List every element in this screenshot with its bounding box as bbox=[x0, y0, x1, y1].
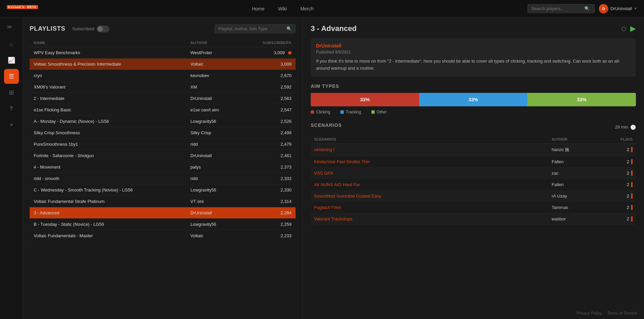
subs-cell: 2,592 bbox=[251, 84, 292, 90]
row-name: B - Tuesday - Static (Novice) - LG56 bbox=[34, 222, 190, 227]
row-subscribers: 2,233 bbox=[280, 233, 292, 238]
scenario-row[interactable]: Valorant Trackstops wasbor 2 bbox=[311, 213, 636, 225]
publish-date: Published 9/9/2021 bbox=[316, 50, 631, 55]
scenarios-header: SCENARIOS 28 min 🕐 bbox=[311, 122, 636, 132]
row-name: cryo bbox=[34, 73, 190, 78]
subs-cell: 2,526 bbox=[251, 119, 292, 124]
scenario-row[interactable]: Kindaclose Fast Strafes Thin Fallen 2 bbox=[311, 156, 636, 168]
sidebar-item-home[interactable]: ⌂ bbox=[4, 37, 19, 51]
row-subscribers: 2,461 bbox=[280, 153, 292, 158]
table-row[interactable]: 3 - Advanced DrUninstall 2,284 bbox=[30, 207, 296, 219]
plays-bar bbox=[631, 216, 633, 221]
terms-link[interactable]: Terms of Service bbox=[607, 311, 637, 316]
row-subscribers: 2,499 bbox=[280, 130, 292, 135]
row-subscribers: 2,284 bbox=[280, 210, 292, 215]
play-button[interactable]: ▶ bbox=[630, 24, 636, 33]
app-logo[interactable]: KovaaK'sBETA bbox=[7, 4, 38, 13]
sidebar-item-leaderboard[interactable]: ⊞ bbox=[4, 85, 19, 100]
nav-wiki[interactable]: Wiki bbox=[278, 6, 287, 11]
subs-cell: 2,563 bbox=[251, 96, 292, 101]
table-row[interactable]: Voltaic Fundamental Strafe Platinum VT s… bbox=[30, 196, 296, 207]
subscribed-toggle: Subscribed bbox=[72, 26, 110, 32]
row-author: Voltaic bbox=[190, 233, 251, 238]
scenario-plays: 2 bbox=[627, 147, 629, 152]
table-row[interactable]: A - Monday - Dynamic (Novice) - LG56 Low… bbox=[30, 116, 296, 127]
scenario-row[interactable]: Air NUNS AIO Hard Far Fallen 2 bbox=[311, 179, 636, 190]
row-name: 4 - Movement bbox=[34, 165, 190, 170]
new-indicator bbox=[288, 51, 292, 55]
subs-cell: 2,670 bbox=[251, 73, 292, 78]
table-row[interactable]: e1se Flicking Basic e1se can/t aim 2,547 bbox=[30, 104, 296, 116]
scenario-row[interactable]: centering I hanzo 施 2 bbox=[311, 144, 636, 156]
subs-cell: 2,259 bbox=[251, 222, 292, 227]
scenario-plays: 2 bbox=[627, 159, 629, 164]
sidebar-item-info[interactable]: ? bbox=[4, 101, 19, 116]
sidebar-item-social[interactable]: ✕ bbox=[4, 117, 19, 132]
table-row[interactable]: WPV Easy Benchmarks WestProter 3,009 bbox=[30, 47, 296, 59]
subs-cell: 3,009 bbox=[251, 62, 292, 67]
scenario-plays-cell: 2 bbox=[606, 216, 633, 221]
table-row[interactable]: 2 - Intermediate DrUninstall 2,563 bbox=[30, 93, 296, 104]
row-author: DrUninstall bbox=[190, 96, 251, 101]
row-author: DrUninstall bbox=[190, 153, 251, 158]
scenario-row[interactable]: Smoothbot Invincible Goated Easy rA Uzay… bbox=[311, 190, 636, 202]
row-name: 3 - Advanced bbox=[34, 210, 190, 215]
time-value: 28 min bbox=[615, 125, 628, 130]
avatar: D bbox=[599, 4, 608, 13]
player-search[interactable]: 🔍 bbox=[527, 4, 595, 13]
aim-types-section: AIM TYPES 33%33%33% Clicking Tracking Ot… bbox=[311, 83, 636, 114]
logo-text: KovaaK's bbox=[7, 5, 26, 9]
row-author: WestProter bbox=[190, 50, 251, 55]
main-content: PLAYLISTS Subscribed 🔍 NAME AUTHOR SUBSC… bbox=[23, 17, 644, 319]
scenario-row[interactable]: FuglaaXYVert Tammas 2 bbox=[311, 202, 636, 213]
col-author: AUTHOR bbox=[190, 41, 251, 45]
row-subscribers: 2,547 bbox=[280, 107, 292, 112]
scenario-name: Smoothbot Invincible Goated Easy bbox=[314, 193, 552, 199]
detail-header: 3 - Advanced ⬡ ▶ bbox=[311, 24, 636, 33]
scenario-author: Tammas bbox=[552, 205, 606, 210]
nav-merch[interactable]: Merch bbox=[300, 6, 313, 11]
table-row[interactable]: B - Tuesday - Static (Novice) - LG56 Low… bbox=[30, 219, 296, 230]
privacy-link[interactable]: Privacy Policy bbox=[577, 311, 602, 316]
scenario-name: FuglaaXYVert bbox=[314, 205, 552, 210]
table-row[interactable]: C - Wednesday - Smooth Tracking (Novice)… bbox=[30, 184, 296, 196]
table-row[interactable]: cryo kevnobev 2,670 bbox=[30, 70, 296, 81]
plays-bar bbox=[631, 171, 633, 176]
username: DrUninstall bbox=[610, 6, 632, 11]
search-icon: 🔍 bbox=[584, 6, 590, 11]
row-subscribers: 2,259 bbox=[280, 222, 292, 227]
row-name: Silky Crisp Smoothness bbox=[34, 130, 190, 135]
table-row[interactable]: XM06's Valorant XM 2,592 bbox=[30, 81, 296, 93]
row-subscribers: 2,314 bbox=[280, 199, 292, 204]
table-row[interactable]: Fortnite - Safaroonie - Shotgun DrUninst… bbox=[30, 150, 296, 162]
table-row[interactable]: Silky Crisp Smoothness Silky Crisp 2,499 bbox=[30, 127, 296, 139]
playlist-search[interactable]: 🔍 bbox=[215, 24, 296, 33]
table-row[interactable]: 4 - Movement patys 2,373 bbox=[30, 162, 296, 173]
table-row[interactable]: PureSmoothness 1by1 ridd 2,479 bbox=[30, 139, 296, 150]
sidebar-item-playlists[interactable]: ☰ bbox=[4, 69, 19, 84]
subs-cell: 2,330 bbox=[251, 187, 292, 192]
top-nav: KovaaK'sBETA Home Wiki Merch 🔍 D DrUnins… bbox=[0, 0, 644, 17]
row-subscribers: 2,479 bbox=[280, 142, 292, 147]
table-row[interactable]: ridd - smooth ridd 2,332 bbox=[30, 173, 296, 184]
nav-home[interactable]: Home bbox=[252, 6, 265, 11]
playlist-search-input[interactable] bbox=[218, 26, 284, 31]
table-row[interactable]: Voltaic Fundamentals - Master Voltaic 2,… bbox=[30, 230, 296, 242]
row-subscribers: 3,009 bbox=[274, 50, 285, 55]
beta-badge: BETA bbox=[26, 5, 38, 9]
col-name: NAME bbox=[34, 41, 190, 45]
user-menu[interactable]: D DrUninstall ▼ bbox=[599, 4, 637, 13]
scenarios-rows: centering I hanzo 施 2 Kindaclose Fast St… bbox=[311, 144, 636, 225]
subscribed-switch[interactable] bbox=[97, 26, 110, 32]
scenario-author: zac bbox=[552, 171, 606, 176]
scenario-row[interactable]: VSS GP9 zac 2 bbox=[311, 168, 636, 179]
scenario-author: wasbor bbox=[552, 216, 606, 221]
external-link-icon[interactable]: ⬡ bbox=[621, 26, 626, 32]
row-name: PureSmoothness 1by1 bbox=[34, 142, 190, 147]
player-search-input[interactable] bbox=[531, 6, 582, 11]
scenario-name: centering I bbox=[314, 147, 552, 152]
table-row[interactable]: Voltaic Smoothness & Precision Intermedi… bbox=[30, 59, 296, 70]
detail-panel: 3 - Advanced ⬡ ▶ DrUninstall Published 9… bbox=[303, 17, 644, 319]
sidebar-item-stats[interactable]: 📈 bbox=[4, 53, 19, 68]
sidebar-toggle[interactable]: ≫ bbox=[4, 21, 15, 33]
